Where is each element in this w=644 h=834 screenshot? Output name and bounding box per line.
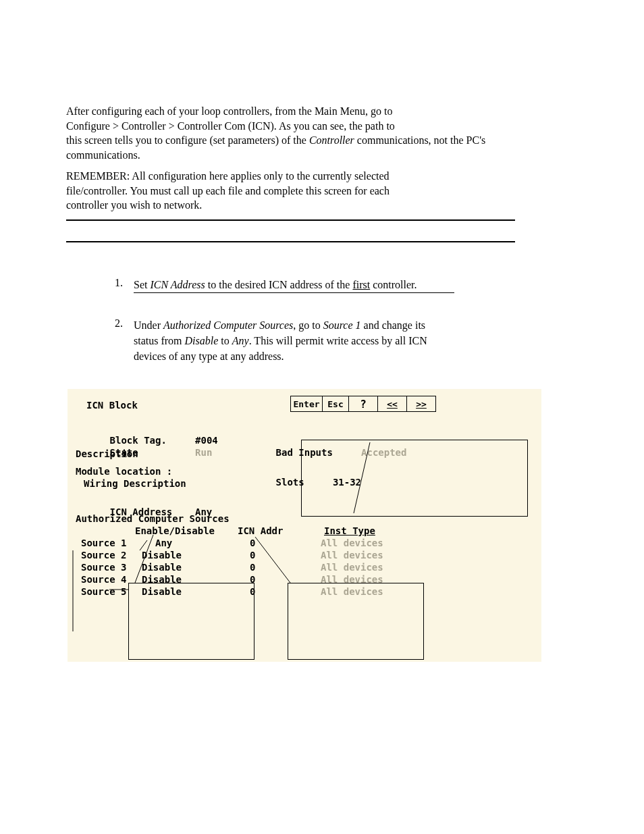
wiring-label: Wiring Description	[84, 478, 186, 489]
s2d: Source 1	[323, 319, 361, 331]
col-insttype: Inst Type	[324, 525, 375, 536]
p1-line2: Configure > Controller > Controller Com …	[66, 120, 395, 132]
s2l2e: . This will permit write access by all I…	[249, 335, 427, 346]
s2l2d: Any	[232, 335, 249, 346]
panel-toolbar: Enter Esc ? << >>	[290, 396, 436, 412]
s1c: to the desired ICN address of the	[205, 279, 353, 290]
s1a: Set	[134, 279, 150, 290]
p1-line3a: this screen tells you to configure (set …	[66, 134, 309, 146]
source-3-type[interactable]: All devices	[321, 562, 383, 573]
panel-title: ICN Block	[86, 400, 138, 411]
col-enable: Enable/Disable	[135, 525, 215, 536]
s2l2b: Disable	[185, 335, 219, 346]
source-5-label: Source 5	[81, 586, 126, 597]
description-label: Description	[76, 448, 138, 459]
esc-button[interactable]: Esc	[323, 396, 349, 412]
source-2-icn[interactable]: 0	[250, 550, 255, 561]
source-1-label: Source 1	[81, 538, 126, 548]
s1d: first	[352, 279, 370, 290]
paragraph-1: After configuring each of your loop cont…	[66, 104, 515, 162]
s2l2c: to	[218, 335, 232, 346]
rule-2	[66, 241, 515, 242]
help-button[interactable]: ?	[349, 396, 378, 412]
state-value: Run	[195, 447, 212, 458]
s2b: Authorized Computer Sources	[163, 319, 293, 331]
s2c: , go to	[293, 319, 323, 331]
col-icnaddr: ICN Addr	[238, 525, 283, 536]
p2-line2: file/controller. You must call up each f…	[66, 185, 390, 197]
rule-1	[66, 219, 515, 221]
step-2-text: Under Authorized Computer Sources, go to…	[134, 317, 498, 365]
source-3-enable[interactable]: Disable	[142, 562, 182, 573]
p1-line1: After configuring each of your loop cont…	[66, 105, 392, 117]
source-1-type[interactable]: All devices	[321, 538, 383, 548]
document-page: After configuring each of your loop cont…	[0, 0, 644, 834]
auth-sources-label: Authorized Computer Sources	[76, 513, 230, 524]
slots-label: Slots	[276, 477, 304, 488]
source-1-enable[interactable]: Any	[155, 538, 172, 548]
paragraph-2: REMEMBER: All configuration here applies…	[66, 169, 515, 213]
chevron-left-icon: <<	[387, 399, 398, 409]
source-2-label: Source 2	[81, 550, 126, 561]
callout-box-left	[128, 583, 254, 660]
p2-line3: controller you wish to network.	[66, 199, 202, 211]
step-1-rule	[134, 292, 454, 293]
step-1-number: 1.	[115, 277, 123, 289]
source-3-label: Source 3	[81, 562, 126, 573]
prev-button[interactable]: <<	[378, 396, 407, 412]
step-2-number: 2.	[115, 317, 123, 330]
s1b: ICN Address	[150, 279, 205, 290]
source-2-type[interactable]: All devices	[321, 550, 383, 561]
p1-line3b: Controller	[309, 134, 354, 146]
p2-line1: REMEMBER: All configuration here applies…	[66, 170, 390, 182]
chevron-right-icon: >>	[416, 399, 427, 409]
source-1-icn[interactable]: 0	[250, 538, 255, 548]
enter-button[interactable]: Enter	[290, 396, 323, 412]
s2e: and change its	[361, 319, 426, 331]
s2a: Under	[134, 319, 163, 331]
source-4-label: Source 4	[81, 574, 126, 585]
source-3-icn[interactable]: 0	[250, 562, 255, 573]
s1e: controller.	[370, 279, 417, 290]
s2l2a: status from	[134, 335, 185, 346]
step-1-text: Set ICN Address to the desired ICN addre…	[134, 277, 498, 292]
next-button[interactable]: >>	[407, 396, 436, 412]
s2l3: devices of any type at any address.	[134, 350, 284, 362]
module-loc-label: Module location :	[76, 466, 172, 477]
help-icon: ?	[360, 398, 367, 411]
callout-box-top	[301, 440, 528, 517]
source-2-enable[interactable]: Disable	[142, 550, 182, 561]
callout-box-right	[288, 583, 424, 660]
